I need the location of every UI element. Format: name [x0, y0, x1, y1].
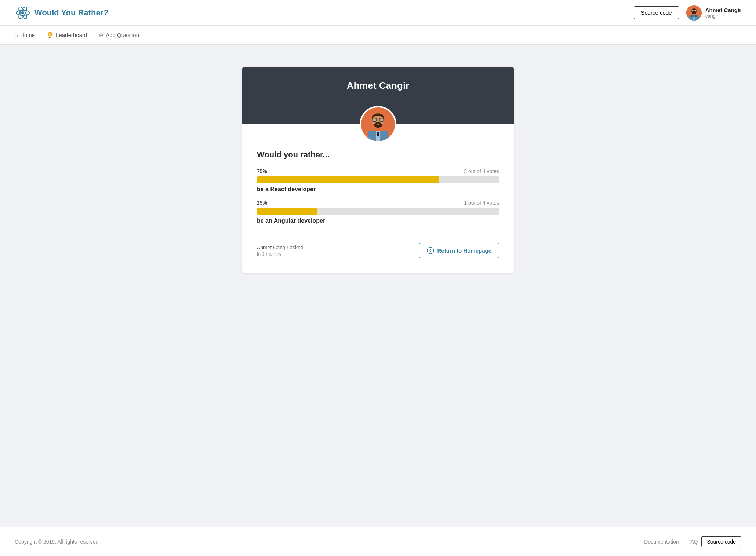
avatar	[686, 5, 702, 21]
option-2-stats: 25% 1 out of 4 votes	[257, 200, 499, 206]
home-icon: ⌂	[15, 32, 18, 38]
svg-rect-11	[691, 15, 697, 17]
return-icon	[427, 247, 434, 254]
card-header: Ahmet Cangir	[242, 67, 514, 124]
footer-source-code-button[interactable]: Source code	[701, 536, 741, 547]
option-1-stats: 75% 3 out of 4 votes	[257, 168, 499, 174]
footer-right: Documentation · FAQ Source code	[644, 536, 741, 547]
footer-documentation-link[interactable]: Documentation	[644, 539, 679, 545]
option-1-progress-fill	[257, 176, 439, 183]
return-homepage-button[interactable]: Return to Homepage	[419, 243, 499, 258]
poll-title: Would you rather...	[257, 150, 499, 160]
option-2-block: 25% 1 out of 4 votes be an Angular devel…	[257, 200, 499, 224]
svg-rect-19	[379, 118, 384, 121]
card-body: Would you rather... 75% 3 out of 4 votes…	[242, 124, 514, 273]
add-circle-icon: ⊕	[99, 32, 103, 39]
option-2-progress-bg	[257, 208, 499, 215]
asked-by: Ahmet Cangir asked	[257, 245, 304, 250]
nav-leaderboard-label: Leaderboard	[56, 32, 87, 38]
svg-point-0	[21, 11, 24, 14]
poll-card: Ahmet Cangir	[242, 67, 514, 273]
asked-time: in 3 months	[257, 251, 304, 257]
footer: Copyright © 2019. All rights reserved. D…	[0, 527, 756, 556]
user-info: Ahmet Cangir cangir	[686, 5, 741, 21]
logo-icon	[15, 5, 31, 21]
option-2-votes: 1 out of 4 votes	[464, 200, 499, 206]
profile-avatar-container	[360, 106, 396, 143]
option-1-percent: 75%	[257, 168, 267, 174]
footer-faq-link[interactable]: FAQ	[687, 539, 698, 545]
user-name: Ahmet Cangir	[705, 7, 741, 13]
option-2-progress-fill	[257, 208, 317, 215]
nav-home-label: Home	[20, 32, 35, 38]
source-code-button[interactable]: Source code	[634, 6, 679, 19]
main-content: Ahmet Cangir	[0, 45, 756, 527]
option-2-percent: 25%	[257, 200, 267, 206]
leaderboard-icon: 🏆	[47, 32, 54, 39]
nav-leaderboard[interactable]: 🏆 Leaderboard	[47, 32, 87, 39]
card-footer: Ahmet Cangir asked in 3 months Return to…	[257, 235, 499, 258]
footer-separator: ·	[682, 539, 684, 545]
profile-avatar-svg	[361, 106, 395, 143]
return-homepage-label: Return to Homepage	[437, 248, 491, 254]
header-actions: Source code	[634, 5, 741, 21]
avatar-svg	[686, 5, 702, 21]
asked-info: Ahmet Cangir asked in 3 months	[257, 245, 304, 257]
header: Would You Rather? Source code	[0, 0, 756, 26]
svg-rect-18	[372, 118, 377, 121]
user-text: Ahmet Cangir cangir	[705, 7, 741, 19]
option-1-block: 75% 3 out of 4 votes be a React develope…	[257, 168, 499, 193]
option-1-votes: 3 out of 4 votes	[464, 168, 499, 174]
option-2-label: be an Angular developer	[257, 217, 499, 224]
profile-avatar	[360, 106, 396, 143]
logo-area: Would You Rather?	[15, 5, 109, 21]
svg-point-27	[427, 247, 434, 254]
svg-point-15	[692, 12, 696, 14]
option-1-progress-bg	[257, 176, 499, 183]
footer-copyright: Copyright © 2019. All rights reserved.	[15, 539, 100, 545]
nav-add-question[interactable]: ⊕ Add Question	[99, 32, 139, 39]
nav-home[interactable]: ⌂ Home	[15, 32, 35, 38]
card-profile-name: Ahmet Cangir	[347, 80, 409, 91]
option-1-label: be a React developer	[257, 186, 499, 193]
logo-text: Would You Rather?	[34, 8, 109, 18]
navigation: ⌂ Home 🏆 Leaderboard ⊕ Add Question	[0, 26, 756, 45]
user-handle: cangir	[705, 13, 741, 19]
nav-add-question-label: Add Question	[106, 32, 139, 38]
